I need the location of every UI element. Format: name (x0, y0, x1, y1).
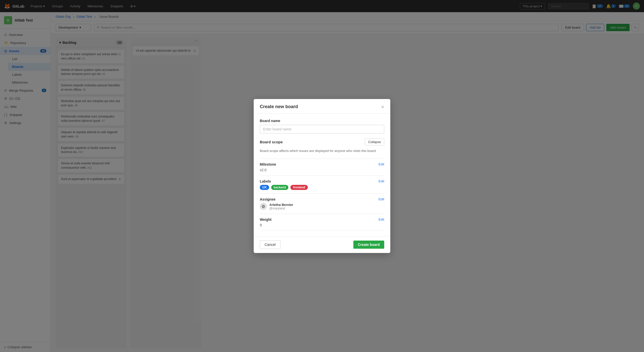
weight-row: Weight 9 Edit (260, 214, 384, 231)
assignee-edit-button[interactable]: Edit (379, 197, 384, 201)
milestone-value: v2.0 (260, 168, 276, 172)
board-name-input[interactable] (260, 125, 384, 133)
assignee-label: Assignee (260, 197, 293, 201)
assignee-name: Arletha Bernier (269, 203, 293, 207)
label-tag-ux: UX (260, 185, 269, 190)
assignee-avatar: ⚙ (260, 203, 267, 210)
assignee-avatar-icon: ⚙ (262, 204, 265, 209)
assignee-info: ⚙ Arletha Bernier @maryland (260, 203, 293, 210)
weight-edit-button[interactable]: Edit (379, 218, 384, 221)
cancel-button[interactable]: Cancel (260, 240, 281, 249)
milestone-row: Milestone v2.0 Edit (260, 159, 384, 175)
board-name-label: Board name (260, 119, 384, 123)
modal-overlay[interactable]: Create new board × Board name Board scop… (0, 0, 644, 352)
board-name-group: Board name (260, 119, 384, 133)
collapse-scope-button[interactable]: Collapse (365, 139, 384, 145)
create-board-modal: Create new board × Board name Board scop… (254, 99, 390, 253)
labels-label: Labels (260, 179, 309, 183)
label-tag-frontend: frontend (290, 185, 308, 190)
weight-value: 9 (260, 223, 271, 227)
modal-title: Create new board (260, 104, 298, 109)
board-scope-title: Board scope (260, 140, 283, 144)
modal-header: Create new board × (254, 99, 390, 114)
modal-footer: Cancel Create board (254, 236, 390, 253)
create-board-button[interactable]: Create board (353, 241, 384, 249)
milestone-label: Milestone (260, 162, 276, 166)
board-scope-header: Board scope Collapse (260, 139, 384, 145)
weight-label: Weight (260, 218, 271, 222)
assignee-row: Assignee ⚙ Arletha Bernier @maryland Edi… (260, 193, 384, 214)
assignee-username: @maryland (269, 207, 293, 210)
labels-value: UX backend frontend (260, 185, 309, 190)
milestone-edit-button[interactable]: Edit (379, 162, 384, 166)
modal-body: Board name Board scope Collapse Board sc… (254, 114, 390, 236)
label-tag-backend: backend (271, 185, 289, 190)
modal-close-button[interactable]: × (381, 104, 384, 109)
labels-edit-button[interactable]: Edit (379, 179, 384, 183)
labels-row: Labels UX backend frontend Edit (260, 175, 384, 193)
scope-description: Board scope affects which issues are dis… (260, 148, 384, 153)
